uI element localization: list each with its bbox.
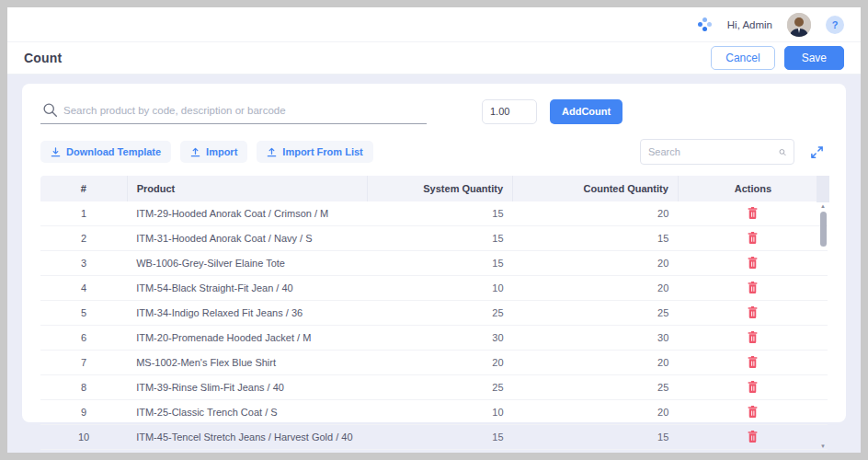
row-system-quantity: 30 bbox=[367, 326, 512, 351]
toolbar-right bbox=[640, 139, 828, 165]
user-avatar[interactable] bbox=[787, 13, 811, 37]
row-system-quantity: 15 bbox=[367, 425, 512, 450]
row-product: ITM-54-Black Straight-Fit Jean / 40 bbox=[127, 276, 367, 301]
table-row: 6ITM-20-Promenade Hooded Jacket / M3030 bbox=[40, 326, 828, 351]
scroll-down-icon[interactable]: ▼ bbox=[820, 443, 826, 450]
table-search-input[interactable] bbox=[648, 146, 779, 157]
help-icon[interactable]: ? bbox=[826, 16, 844, 34]
product-search-field bbox=[40, 98, 427, 124]
row-product: ITM-29-Hooded Anorak Coat / Crimson / M bbox=[127, 201, 367, 226]
table-toolbar: Download Template Import bbox=[40, 139, 828, 165]
row-counted-quantity: 20 bbox=[513, 276, 679, 301]
row-counted-quantity: 30 bbox=[513, 326, 679, 351]
expand-table-button[interactable] bbox=[805, 141, 828, 163]
table-row: 8ITM-39-Rinse Slim-Fit Jeans / 402525 bbox=[40, 375, 828, 400]
search-icon bbox=[779, 146, 786, 158]
row-index: 7 bbox=[40, 351, 127, 375]
row-index: 4 bbox=[40, 276, 127, 301]
row-counted-quantity: 20 bbox=[513, 400, 679, 425]
row-counted-quantity: 15 bbox=[513, 226, 679, 251]
delete-row-button[interactable] bbox=[747, 206, 759, 219]
table-scrollbar[interactable]: ▲ ▼ bbox=[817, 176, 829, 450]
table-body: 1ITM-29-Hooded Anorak Coat / Crimson / M… bbox=[40, 201, 828, 450]
table-row: 10ITM-45-Tencel Stretch Jeans / Harvest … bbox=[40, 425, 828, 450]
row-counted-quantity: 20 bbox=[513, 201, 679, 226]
table-row: 5ITM-34-Indigo Relaxed Fit Jeans / 36252… bbox=[40, 301, 828, 326]
download-template-label: Download Template bbox=[66, 146, 161, 157]
col-system-quantity: System Quantity bbox=[367, 176, 512, 201]
delete-row-button[interactable] bbox=[747, 281, 759, 293]
table-row: 2ITM-31-Hooded Anorak Coat / Navy / S151… bbox=[40, 226, 828, 251]
row-counted-quantity: 15 bbox=[513, 425, 679, 450]
import-label: Import bbox=[206, 146, 237, 157]
add-count-button[interactable]: AddCount bbox=[550, 99, 622, 124]
row-counted-quantity: 25 bbox=[513, 301, 679, 326]
delete-row-button[interactable] bbox=[747, 405, 759, 418]
col-product: Product bbox=[127, 176, 367, 201]
col-actions: Actions bbox=[678, 176, 828, 201]
content-area: AddCount Download Template bbox=[7, 75, 861, 453]
row-index: 5 bbox=[40, 301, 127, 326]
col-counted-quantity: Counted Quantity bbox=[513, 176, 679, 201]
cancel-button[interactable]: Cancel bbox=[711, 46, 774, 70]
apps-dots-icon[interactable] bbox=[698, 17, 713, 32]
upload-icon bbox=[267, 147, 277, 157]
row-product: ITM-39-Rinse Slim-Fit Jeans / 40 bbox=[127, 375, 367, 400]
table-header: # Product System Quantity Counted Quanti… bbox=[40, 176, 828, 201]
product-search-row: AddCount bbox=[40, 98, 828, 124]
quantity-input[interactable] bbox=[482, 99, 537, 124]
count-table: # Product System Quantity Counted Quanti… bbox=[40, 176, 828, 450]
import-from-list-label: Import From List bbox=[282, 146, 362, 157]
delete-row-button[interactable] bbox=[747, 256, 759, 269]
table-search-field bbox=[640, 139, 794, 165]
row-system-quantity: 20 bbox=[367, 351, 512, 375]
row-index: 8 bbox=[40, 375, 127, 400]
trash-icon bbox=[747, 430, 759, 443]
count-card: AddCount Download Template bbox=[22, 84, 846, 422]
row-index: 6 bbox=[40, 326, 127, 351]
product-search-input[interactable] bbox=[63, 105, 425, 116]
row-product: WB-1006-Grey-Silver Elaine Tote bbox=[127, 251, 367, 276]
row-index: 2 bbox=[40, 226, 127, 251]
header-actions: Cancel Save bbox=[711, 46, 844, 70]
trash-icon bbox=[747, 281, 759, 293]
trash-icon bbox=[747, 355, 759, 368]
download-template-button[interactable]: Download Template bbox=[40, 141, 171, 163]
delete-row-button[interactable] bbox=[747, 355, 759, 368]
row-product: ITM-31-Hooded Anorak Coat / Navy / S bbox=[127, 226, 367, 251]
row-system-quantity: 15 bbox=[367, 201, 512, 226]
import-from-list-button[interactable]: Import From List bbox=[257, 141, 372, 163]
trash-icon bbox=[747, 305, 759, 318]
row-system-quantity: 25 bbox=[367, 301, 512, 326]
delete-row-button[interactable] bbox=[747, 330, 759, 343]
scrollbar-thumb[interactable] bbox=[820, 212, 827, 247]
upload-icon bbox=[190, 147, 200, 157]
col-index: # bbox=[40, 176, 127, 201]
download-icon bbox=[51, 147, 61, 157]
delete-row-button[interactable] bbox=[747, 380, 759, 393]
trash-icon bbox=[747, 405, 759, 418]
row-counted-quantity: 20 bbox=[513, 351, 679, 375]
row-system-quantity: 15 bbox=[367, 226, 512, 251]
table-row: 3WB-1006-Grey-Silver Elaine Tote1520 bbox=[40, 251, 828, 276]
delete-row-button[interactable] bbox=[747, 231, 759, 244]
save-button[interactable]: Save bbox=[784, 46, 844, 70]
trash-icon bbox=[747, 256, 759, 269]
toolbar-left: Download Template Import bbox=[40, 141, 373, 163]
page-title: Count bbox=[24, 51, 62, 65]
row-index: 3 bbox=[40, 251, 127, 276]
import-button[interactable]: Import bbox=[180, 141, 247, 163]
trash-icon bbox=[747, 231, 759, 244]
app-window: Hi, Admin ? Count Cancel Save bbox=[7, 7, 861, 453]
topbar: Hi, Admin ? bbox=[7, 7, 861, 42]
row-counted-quantity: 20 bbox=[513, 251, 679, 276]
page-header: Count Cancel Save bbox=[7, 42, 861, 75]
delete-row-button[interactable] bbox=[747, 305, 759, 318]
delete-row-button[interactable] bbox=[747, 430, 759, 443]
trash-icon bbox=[747, 330, 759, 343]
row-counted-quantity: 25 bbox=[513, 375, 679, 400]
row-product: ITM-34-Indigo Relaxed Fit Jeans / 36 bbox=[127, 301, 367, 326]
trash-icon bbox=[747, 380, 759, 393]
scroll-up-icon[interactable]: ▲ bbox=[820, 202, 826, 210]
row-system-quantity: 10 bbox=[367, 400, 512, 425]
